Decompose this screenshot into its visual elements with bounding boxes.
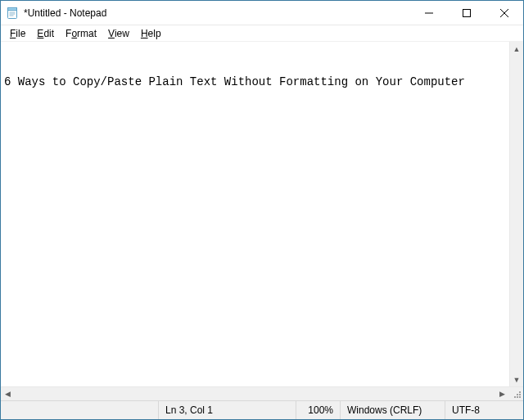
svg-rect-1 bbox=[8, 7, 17, 10]
scroll-left-icon[interactable]: ◀ bbox=[1, 387, 15, 400]
scroll-right-icon[interactable]: ▶ bbox=[495, 387, 509, 400]
menu-file[interactable]: File bbox=[4, 27, 31, 40]
menu-format-rest: rmat bbox=[77, 28, 97, 39]
status-zoom: 100% bbox=[296, 401, 340, 419]
resize-grip[interactable] bbox=[509, 387, 523, 400]
text-editor[interactable] bbox=[1, 42, 509, 386]
status-spacer bbox=[1, 401, 158, 419]
window-controls bbox=[410, 1, 523, 25]
window-title: *Untitled - Notepad bbox=[24, 7, 106, 19]
statusbar: Ln 3, Col 1 100% Windows (CRLF) UTF-8 bbox=[1, 400, 523, 419]
status-position: Ln 3, Col 1 bbox=[158, 401, 296, 419]
menu-edit[interactable]: Edit bbox=[31, 27, 60, 40]
hscroll-track[interactable] bbox=[15, 387, 495, 400]
svg-rect-6 bbox=[463, 10, 471, 17]
close-button[interactable] bbox=[486, 1, 523, 25]
horizontal-scrollbar[interactable]: ◀ ▶ bbox=[1, 386, 523, 400]
menu-help-rest: elp bbox=[148, 28, 161, 39]
menu-help[interactable]: Help bbox=[135, 27, 167, 40]
titlebar[interactable]: *Untitled - Notepad bbox=[1, 1, 523, 25]
menu-file-rest: ile bbox=[16, 28, 25, 39]
menu-view[interactable]: View bbox=[102, 27, 135, 40]
notepad-window: *Untitled - Notepad File Edit Format Vie… bbox=[0, 0, 524, 420]
editor-area: ▲ ▼ bbox=[1, 42, 523, 386]
scroll-up-icon[interactable]: ▲ bbox=[510, 42, 523, 56]
notepad-icon bbox=[6, 7, 19, 20]
minimize-button[interactable] bbox=[410, 1, 448, 25]
menubar: File Edit Format View Help bbox=[1, 25, 523, 42]
status-eol: Windows (CRLF) bbox=[340, 401, 445, 419]
menu-edit-rest: dit bbox=[43, 28, 54, 39]
menu-view-rest: iew bbox=[115, 28, 129, 39]
maximize-button[interactable] bbox=[448, 1, 486, 25]
vscroll-track[interactable] bbox=[510, 56, 523, 373]
scroll-down-icon[interactable]: ▼ bbox=[510, 373, 523, 386]
status-encoding: UTF-8 bbox=[445, 401, 523, 419]
vertical-scrollbar[interactable]: ▲ ▼ bbox=[509, 42, 523, 386]
menu-format[interactable]: Format bbox=[60, 27, 102, 40]
